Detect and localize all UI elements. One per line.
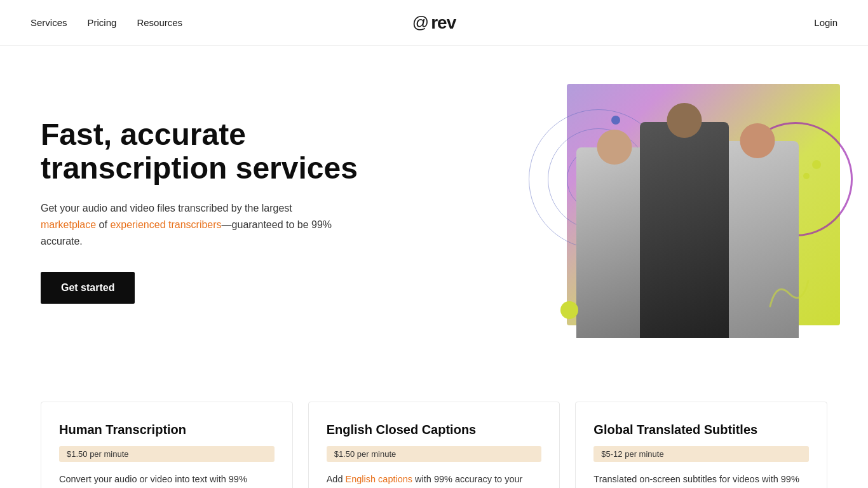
card-3-price: $5-12 per minute (593, 446, 809, 462)
hero-description: Get your audio and video files transcrib… (41, 200, 346, 249)
nav-login[interactable]: Login (814, 17, 837, 28)
nav-left: Services Pricing Resources (31, 17, 182, 28)
card-2-price: $1.50 per minute (327, 446, 542, 462)
deco-dot-blue (611, 116, 620, 125)
deco-squiggle-icon (764, 274, 815, 313)
card-1-title: Human Transcription (59, 423, 275, 437)
card-1-description: Convert your audio or video into text wi… (59, 472, 275, 488)
card-1-price: $1.50 per minute (59, 446, 275, 462)
card-2-link[interactable]: English captions (346, 474, 413, 484)
logo-text: rev (431, 13, 456, 33)
deco-dot-green2 (812, 160, 821, 169)
hero-cta-button[interactable]: Get started (41, 272, 135, 304)
card-3-description: Translated on-screen subtitles for video… (593, 472, 809, 488)
logo-at-icon: @ (412, 13, 428, 32)
hero-link-marketplace[interactable]: marketplace (41, 219, 96, 230)
nav-pricing[interactable]: Pricing (88, 17, 117, 28)
site-logo[interactable]: @ rev (412, 13, 456, 33)
hero-headline: Fast, accurate transcription services (41, 118, 358, 186)
person-3-head (740, 123, 775, 158)
navbar: Services Pricing Resources @ rev Login (0, 0, 868, 46)
hero-section: Fast, accurate transcription services Ge… (0, 46, 868, 376)
person-2 (640, 122, 729, 338)
hero-image (510, 84, 827, 338)
hero-link-transcribers[interactable]: experienced transcribers (110, 219, 221, 230)
card-2-title: English Closed Captions (327, 423, 542, 437)
card-english-captions: English Closed Captions $1.50 per minute… (308, 402, 560, 488)
nav-resources[interactable]: Resources (137, 17, 182, 28)
nav-services[interactable]: Services (31, 17, 67, 28)
nav-right: Login (814, 17, 837, 29)
person-1-head (597, 130, 632, 165)
person-2-head (667, 103, 702, 138)
cards-grid: Human Transcription $1.50 per minute Con… (41, 402, 827, 488)
card-translated-subtitles: Global Translated Subtitles $5-12 per mi… (575, 402, 827, 488)
card-2-description: Add English captions with 99% accuracy t… (327, 472, 542, 488)
deco-dot-green1 (560, 301, 578, 319)
hero-content: Fast, accurate transcription services Ge… (41, 118, 358, 304)
card-3-title: Global Translated Subtitles (593, 423, 809, 437)
deco-dot-green3 (803, 173, 810, 179)
card-human-transcription: Human Transcription $1.50 per minute Con… (41, 402, 293, 488)
cards-section: Human Transcription $1.50 per minute Con… (0, 376, 868, 488)
